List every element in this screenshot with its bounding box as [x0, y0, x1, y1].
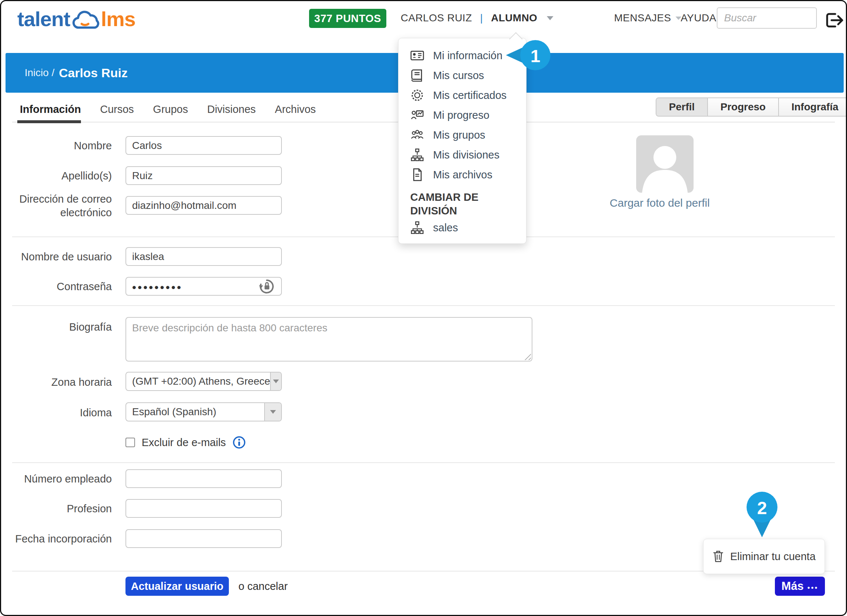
field-label-join-date: Fecha incorporación	[12, 532, 112, 546]
field-label-bio: Biografía	[12, 320, 112, 334]
points-button[interactable]: 377 PUNTOS	[309, 9, 386, 28]
menu-item-mis-archivos[interactable]: Mis archivos	[410, 165, 526, 185]
cancel-link[interactable]: o cancelar	[238, 579, 288, 593]
search-input[interactable]	[717, 7, 817, 29]
menu-item-label: Mis archivos	[433, 169, 492, 181]
nombre-field[interactable]	[125, 136, 282, 155]
tab-grupos[interactable]: Grupos	[153, 103, 188, 121]
field-label-profession: Profesion	[12, 502, 112, 516]
logout-icon[interactable]	[824, 12, 844, 29]
menu-item-mi-progreso[interactable]: Mi progreso	[410, 105, 526, 125]
field-label-employee-number: Número empleado	[12, 472, 112, 486]
person-silhouette-icon	[636, 136, 694, 193]
menu-item-mis-grupos[interactable]: Mis grupos	[410, 125, 526, 145]
timezone-value: (GMT +02:00) Athens, Greece	[126, 376, 270, 387]
user-role: ALUMNO	[491, 12, 537, 24]
id-card-icon	[410, 49, 424, 62]
active-tab-underline	[17, 120, 81, 123]
messages-menu[interactable]: MENSAJES	[614, 12, 682, 24]
field-label-username: Nombre de usuario	[12, 250, 112, 264]
employee-number-field[interactable]	[125, 469, 282, 488]
menu-item-label: Mis divisiones	[433, 149, 500, 161]
join-date-field[interactable]	[125, 529, 282, 548]
language-select[interactable]: Español (Spanish)	[125, 402, 282, 421]
tab-archivos[interactable]: Archivos	[275, 103, 316, 121]
menu-item-label: Mis certificados	[433, 89, 507, 102]
menu-item-mis-divisiones[interactable]: Mis divisiones	[410, 145, 526, 165]
delete-account-popup[interactable]: Eliminar tu cuenta	[703, 539, 825, 574]
exclude-emails-checkbox[interactable]	[125, 438, 135, 447]
groups-icon	[410, 128, 424, 142]
view-button-perfil[interactable]: Perfil	[657, 98, 707, 116]
user-separator: |	[477, 12, 487, 24]
menu-item-division-sales[interactable]: sales	[410, 218, 526, 237]
upload-photo-link[interactable]: Cargar foto del perfil	[605, 197, 715, 209]
annotation-marker-2: 2	[744, 489, 781, 539]
trash-icon	[712, 550, 724, 563]
user-menu-trigger[interactable]: CARLOS RUIZ | ALUMNO	[401, 12, 553, 24]
progress-icon	[410, 108, 424, 122]
ellipsis-icon: •••	[807, 584, 818, 592]
messages-label: MENSAJES	[614, 12, 671, 24]
info-icon[interactable]	[233, 436, 246, 449]
breadcrumb-home-link[interactable]: Inicio /	[25, 67, 55, 79]
field-label-email: Dirección de correo electrónico	[12, 192, 112, 220]
user-name: CARLOS RUIZ	[401, 12, 472, 24]
field-label-nombre: Nombre	[12, 139, 112, 153]
profile-tabs: Información Cursos Grupos Divisiones Arc…	[20, 103, 316, 121]
menu-item-label: Mis cursos	[433, 69, 484, 82]
view-button-infografia[interactable]: Infografía	[778, 98, 847, 116]
menu-item-label: sales	[433, 222, 458, 234]
field-label-apellidos: Apellido(s)	[12, 169, 112, 183]
field-label-language: Idioma	[12, 406, 112, 420]
change-password-icon[interactable]	[258, 278, 275, 295]
more-button[interactable]: Más •••	[775, 577, 825, 596]
menu-item-mi-informacion[interactable]: Mi información	[410, 46, 526, 65]
field-label-timezone: Zona horaria	[12, 376, 112, 389]
view-button-progreso[interactable]: Progreso	[707, 98, 778, 116]
menu-item-label: Mi información	[433, 50, 503, 62]
tab-informacion[interactable]: Información	[20, 103, 81, 121]
menu-item-label: Mi progreso	[433, 109, 489, 121]
language-value: Español (Spanish)	[126, 406, 264, 418]
logo-text-lms: lms	[101, 7, 136, 31]
bio-field-wrap	[125, 317, 533, 361]
profession-field[interactable]	[125, 499, 282, 518]
menu-item-label: Mis grupos	[433, 129, 485, 141]
timezone-select[interactable]: (GMT +02:00) Athens, Greece	[125, 372, 282, 391]
dropdown-arrow-button[interactable]	[264, 403, 281, 421]
breadcrumb-current-user: Carlos Ruiz	[59, 66, 128, 80]
menu-item-mis-cursos[interactable]: Mis cursos	[410, 65, 526, 85]
help-label: AYUDA	[681, 12, 716, 24]
file-icon	[410, 168, 424, 182]
view-switch: Perfil Progreso Infografía	[656, 97, 847, 116]
profile-photo-placeholder[interactable]	[636, 136, 694, 193]
username-field[interactable]	[125, 247, 282, 266]
talentlms-profile-page: { "header": { "logo": { "part1": "talent…	[0, 0, 847, 616]
help-link[interactable]: AYUDA	[681, 12, 716, 24]
email-field[interactable]	[125, 196, 282, 215]
password-field[interactable]: •••••••••	[125, 277, 282, 296]
update-user-button[interactable]: Actualizar usuario	[125, 577, 229, 596]
bio-textarea[interactable]	[125, 317, 533, 361]
apellidos-field[interactable]	[125, 166, 282, 185]
sitemap-icon	[410, 148, 424, 162]
password-dots: •••••••••	[132, 281, 258, 294]
dropdown-arrow-button[interactable]	[270, 373, 281, 390]
chevron-down-icon	[273, 380, 279, 383]
delete-account-label: Eliminar tu cuenta	[730, 551, 815, 563]
field-label-password: Contraseña	[12, 280, 112, 293]
menu-section-title: CAMBIAR DE DIVISIÓN	[410, 190, 502, 218]
section-divider	[12, 462, 835, 463]
logo-text-talent: talent	[17, 7, 70, 31]
tab-divisiones[interactable]: Divisiones	[207, 103, 256, 121]
menu-item-mis-certificados[interactable]: Mis certificados	[410, 85, 526, 105]
marker-number: 2	[757, 498, 767, 518]
exclude-emails-label: Excluir de e-mails	[142, 436, 226, 449]
exclude-emails-row: Excluir de e-mails	[125, 435, 246, 450]
tab-cursos[interactable]: Cursos	[100, 103, 134, 121]
section-divider	[12, 305, 835, 306]
app-logo[interactable]: talent lms	[17, 6, 136, 31]
certificate-icon	[410, 88, 424, 102]
chevron-down-icon	[547, 16, 553, 20]
